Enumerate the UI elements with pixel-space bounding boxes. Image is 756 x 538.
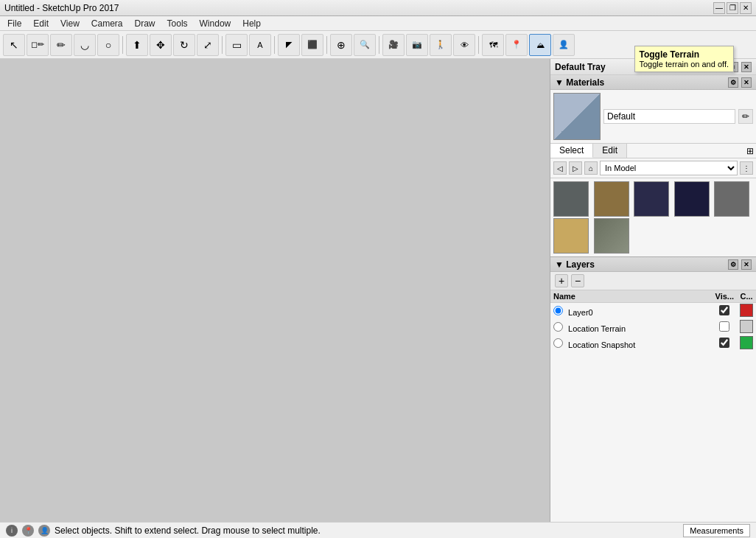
layer-1-name: Location Terrain [550, 319, 713, 335]
material-edit-button[interactable]: ✏ [738, 109, 753, 124]
main-area: ©DigitalGlobe Toggle Terrain Toggle terr… [0, 59, 756, 522]
eraser-tool[interactable]: ◻✏ [27, 34, 49, 56]
materials-title: ▼ Materials [555, 77, 604, 88]
swatch-5[interactable] [553, 218, 589, 254]
rotate-tool[interactable]: ↻ [173, 34, 195, 56]
minimize-button[interactable]: — [713, 2, 725, 14]
toggle-terrain-tool[interactable]: ⛰ [529, 34, 551, 56]
sep3 [274, 36, 275, 54]
layer-2-color[interactable] [740, 336, 753, 349]
camera-pan-tool[interactable]: 📷 [406, 34, 428, 56]
push-pull-tool[interactable]: ⬆ [126, 34, 148, 56]
circle-tool[interactable]: ○ [97, 34, 119, 56]
layer-0-color[interactable] [740, 304, 753, 317]
menu-view[interactable]: View [56, 18, 84, 29]
layers-close-icon[interactable]: ✕ [741, 259, 752, 270]
swatch-4[interactable] [714, 181, 749, 217]
materials-settings-icon[interactable]: ⚙ [728, 77, 738, 88]
info-icon[interactable]: i [6, 525, 18, 537]
menu-edit[interactable]: Edit [29, 18, 53, 29]
layer-row-0: Layer0 [550, 303, 756, 320]
geo-location-tool[interactable]: 🗺 [482, 34, 504, 56]
sep2 [222, 36, 223, 54]
location-icon[interactable]: 📍 [22, 525, 34, 537]
menubar: File Edit View Camera Draw Tools Window … [0, 16, 756, 31]
layer-2-color-cell [737, 335, 756, 352]
tray-close-button[interactable]: ✕ [741, 62, 752, 72]
nav-options-btn[interactable]: ⋮ [740, 161, 753, 175]
tab-divider [627, 144, 744, 158]
title-text: Untitled - SketchUp Pro 2017 [4, 3, 119, 13]
remove-layer-button[interactable]: − [571, 274, 584, 287]
swatch-1[interactable] [594, 181, 629, 217]
add-layer-button[interactable]: + [555, 274, 568, 287]
person-icon[interactable]: 👤 [38, 525, 50, 537]
mat-tab-select[interactable]: Select [550, 144, 593, 158]
menu-file[interactable]: File [3, 18, 26, 29]
look-around-tool[interactable]: 👁 [453, 34, 475, 56]
nav-forward-btn[interactable]: ▷ [569, 161, 582, 175]
menu-camera[interactable]: Camera [87, 18, 127, 29]
zoom-extents-tool[interactable]: ⊕ [330, 34, 352, 56]
measure-tool[interactable]: ◤ [278, 34, 300, 56]
swatch-2[interactable] [634, 181, 669, 217]
arc-tool[interactable]: ◡ [74, 34, 96, 56]
material-grid [550, 178, 756, 256]
add-location-tool[interactable]: 📍 [505, 34, 528, 56]
layer-0-color-cell [737, 303, 756, 320]
materials-close-icon[interactable]: ✕ [741, 77, 752, 88]
layers-settings-icon[interactable]: ⚙ [728, 259, 738, 270]
mat-options-icon[interactable]: ⊞ [744, 144, 756, 158]
viewport[interactable]: ©DigitalGlobe [0, 59, 550, 522]
maximize-button[interactable]: ❐ [727, 2, 738, 14]
walk-tool[interactable]: 🚶 [430, 34, 452, 56]
swatch-3[interactable] [674, 181, 710, 217]
layers-section: ▼ Layers ⚙ ✕ + − Name Vis... [550, 257, 756, 522]
menu-help[interactable]: Help [238, 18, 265, 29]
camera-orbit-tool[interactable]: 🎥 [382, 34, 405, 56]
layer-1-color[interactable] [740, 320, 753, 333]
layers-title: ▼ Layers [555, 259, 595, 270]
titlebar: Untitled - SketchUp Pro 2017 — ❐ ✕ [0, 0, 756, 16]
menu-tools[interactable]: Tools [163, 18, 192, 29]
add-person-tool[interactable]: 👤 [553, 34, 575, 56]
materials-section-header[interactable]: ▼ Materials ⚙ ✕ [550, 75, 756, 90]
scale-tool[interactable]: ⤢ [197, 34, 219, 56]
material-preview-swatch[interactable] [553, 93, 601, 140]
layer-0-name: Layer0 [550, 303, 713, 320]
col-name: Name [550, 290, 713, 303]
layer-1-vis-check[interactable] [719, 321, 729, 332]
move-tool[interactable]: ✥ [150, 34, 172, 56]
model-select-dropdown[interactable]: In ModelColorsBrick and CladdingFencing [600, 161, 738, 175]
paint-tool[interactable]: ⬛ [301, 34, 323, 56]
pencil-tool[interactable]: ✏ [50, 34, 72, 56]
materials-content: Default ✏ Select Edit ⊞ ◁ ▷ ⌂ In ModelCo… [550, 90, 756, 256]
layer-0-vis-cell [713, 303, 737, 320]
layer-2-radio[interactable] [553, 338, 563, 348]
layer-0-vis-check[interactable] [719, 305, 729, 315]
layer-row-2: Location Snapshot [550, 335, 756, 352]
select-tool[interactable]: ↖ [3, 34, 25, 56]
3d-scene: ©DigitalGlobe [0, 59, 550, 522]
layer-1-radio[interactable] [553, 322, 563, 332]
rectangle-tool[interactable]: ▭ [225, 34, 248, 56]
layers-section-header[interactable]: ▼ Layers ⚙ ✕ [550, 257, 756, 272]
nav-back-btn[interactable]: ◁ [553, 161, 567, 175]
mat-nav-row: ◁ ▷ ⌂ In ModelColorsBrick and CladdingFe… [550, 158, 756, 178]
menu-draw[interactable]: Draw [130, 18, 160, 29]
swatch-0[interactable] [553, 181, 589, 217]
close-button[interactable]: ✕ [740, 2, 752, 14]
nav-home-btn[interactable]: ⌂ [584, 161, 598, 175]
layer-0-radio[interactable] [553, 306, 563, 315]
zoom-window-tool[interactable]: 🔍 [354, 34, 376, 56]
axis-overlay: ©DigitalGlobe [0, 59, 221, 170]
materials-section: ▼ Materials ⚙ ✕ Default ✏ Select [550, 75, 756, 257]
text-tool[interactable]: A [249, 34, 271, 56]
mat-tab-edit[interactable]: Edit [593, 144, 627, 158]
swatch-6[interactable] [594, 218, 629, 254]
menu-window[interactable]: Window [195, 18, 236, 29]
tooltip-popup: Toggle Terrain Toggle terrain on and off… [634, 59, 735, 72]
layers-content: + − Name Vis... C... [550, 272, 756, 522]
sep6 [478, 36, 479, 54]
layer-2-vis-check[interactable] [719, 338, 729, 348]
